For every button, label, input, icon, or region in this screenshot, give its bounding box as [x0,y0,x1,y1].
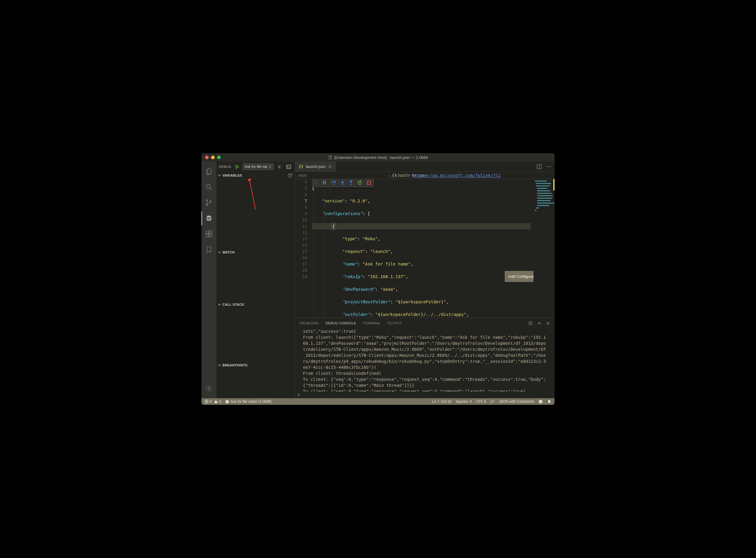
debug-sidebar-header: DEBUG Ask for file name [216,161,295,172]
status-debug-session[interactable]: Ask for file name (2.0b69) [225,400,271,404]
svg-line-1 [210,188,212,190]
svg-rect-48 [537,193,551,194]
svg-line-12 [210,220,211,221]
svg-point-32 [315,182,316,183]
debug-console-output[interactable]: ints","success":true} From client: launc… [295,328,554,391]
play-circle-icon [225,400,229,404]
status-warnings[interactable]: 0 [214,400,221,404]
pause-icon [322,180,327,185]
collapse-all-icon [288,173,292,178]
status-encoding[interactable]: UTF-8 [476,400,486,404]
panel-tab-debug-console[interactable]: DEBUG CONSOLE [325,321,356,325]
panel-collapse-button[interactable] [537,321,542,326]
more-actions-button[interactable] [546,164,551,169]
status-notifications-button[interactable] [547,400,551,404]
open-launch-json-button[interactable] [276,164,283,170]
svg-rect-36 [323,181,324,184]
debug-stop-button[interactable] [367,180,371,185]
debug-toolbar [312,179,374,187]
step-into-icon [340,180,345,185]
debug-view-title: DEBUG [219,165,232,169]
svg-point-40 [350,184,351,185]
start-debug-button[interactable] [233,164,241,170]
svg-point-39 [342,184,343,185]
activity-debug[interactable] [202,211,216,225]
gear-icon [205,384,213,392]
sidebar-watch-label: WATCH [223,251,235,254]
breadcrumb-folder[interactable]: .vsco [297,173,307,177]
panel-tab-terminal[interactable]: TERMINAL [363,321,381,325]
activity-explorer[interactable] [202,164,216,178]
bug-icon [205,214,213,222]
debug-restart-button[interactable] [357,180,362,185]
split-editor-button[interactable] [537,164,542,169]
documentation-link[interactable]: https://go.microsoft.com/fwlink/?li [412,173,501,178]
chevron-up-icon [537,321,542,326]
svg-rect-46 [537,188,547,189]
split-icon [537,164,542,169]
activity-search[interactable] [202,180,216,194]
activity-extensions[interactable] [202,227,216,241]
sidebar-breakpoints-header[interactable]: BREAKPOINTS [216,362,295,369]
debug-step-into-button[interactable] [340,180,345,185]
editor-tab-label: launch.json [306,164,326,169]
svg-rect-44 [536,183,551,184]
line-number-gutter: 45678910111213141516171819 [295,179,310,280]
status-indentation[interactable]: Spaces: 4 [456,400,472,404]
sidebar-variables-label: VARIABLES [223,174,242,177]
svg-point-28 [549,166,549,167]
activity-settings[interactable] [202,381,216,395]
status-feedback-button[interactable] [538,400,543,404]
chevron-down-icon [218,303,221,306]
debug-console-input-chevron[interactable] [297,393,301,397]
minimap[interactable] [533,179,554,318]
vscode-window: [Extension Development Host] - launch.js… [202,153,554,405]
sidebar-watch-header[interactable]: WATCH [216,249,295,256]
status-cursor-position[interactable]: Ln 7, Col 10 [432,400,451,404]
collapse-all-button[interactable] [288,173,292,178]
debug-toolbar-drag-handle[interactable] [315,180,318,185]
svg-line-14 [210,215,210,216]
svg-rect-52 [537,203,554,204]
search-icon [205,183,213,191]
bottom-panel: PROBLEMS DEBUG CONSOLE TERMINAL OUTPUT i… [295,318,554,398]
panel-close-button[interactable] [546,321,550,326]
debug-config-select[interactable]: Ask for file name [242,163,274,170]
debug-config-selected-label: Ask for file name [245,164,267,169]
zoom-window-button[interactable] [217,156,221,159]
svg-line-13 [208,215,208,216]
titlebar: [Extension Development Host] - launch.js… [202,153,554,161]
svg-rect-17 [209,234,212,237]
editor-tab-launch-json[interactable]: {} launch.json [295,161,336,172]
svg-rect-49 [537,195,553,196]
svg-rect-37 [325,181,326,184]
status-language-mode[interactable]: JSON with Comments [499,400,534,404]
editor-group: {} launch.json .v [295,161,554,398]
debug-step-out-button[interactable] [349,180,353,185]
status-eol[interactable]: LF [490,400,495,404]
clear-console-button[interactable] [528,321,533,326]
svg-rect-43 [535,180,547,181]
sidebar-callstack-header[interactable]: CALL STACK [216,301,295,308]
panel-tabs: PROBLEMS DEBUG CONSOLE TERMINAL OUTPUT [295,318,554,328]
debug-pause-button[interactable] [322,180,327,185]
chevron-down-icon [218,174,221,177]
close-window-button[interactable] [205,156,209,159]
activity-bookmarks[interactable] [202,243,216,256]
svg-point-31 [316,181,317,181]
panel-tab-problems[interactable]: PROBLEMS [299,321,319,325]
extensions-icon [205,230,213,238]
activity-source-control[interactable] [202,196,216,210]
close-tab-button[interactable] [328,164,332,169]
panel-tab-output[interactable]: OUTPUT [387,321,402,325]
breadcrumb[interactable]: .vsco › {} Ask for file name , visit: ht… [295,172,554,179]
minimize-window-button[interactable] [211,156,215,159]
sidebar-variables-header[interactable]: VARIABLES [216,172,295,179]
activity-bar [202,161,216,398]
code-editor[interactable]: 45678910111213141516171819 { "version": … [295,179,554,318]
svg-point-35 [316,184,317,184]
debug-console-toggle-button[interactable] [285,164,292,170]
debug-step-over-button[interactable] [331,180,336,185]
status-errors[interactable]: 0 [205,400,212,404]
svg-line-10 [210,216,211,217]
